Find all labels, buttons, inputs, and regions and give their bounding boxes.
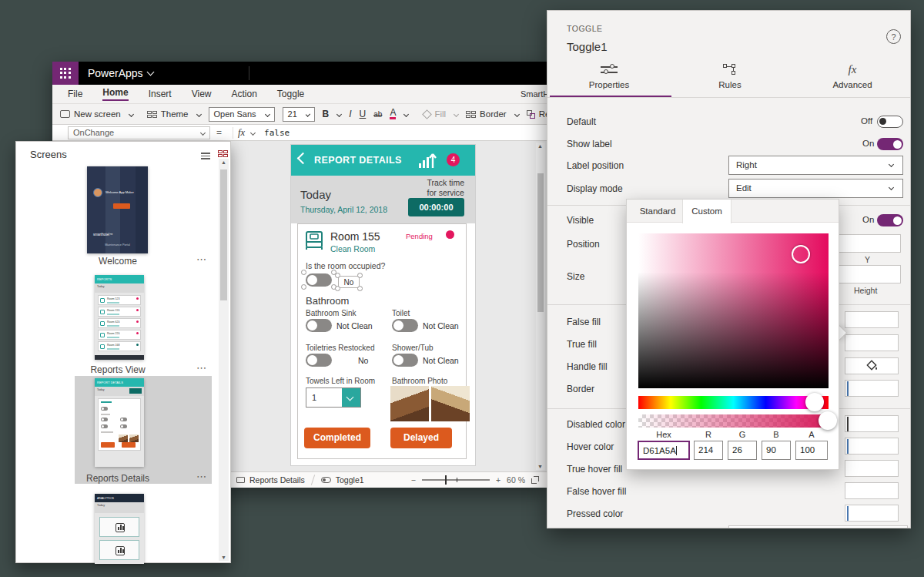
- true-fill-swatch[interactable]: [845, 334, 899, 351]
- shower-toggle[interactable]: [392, 354, 418, 367]
- delayed-button[interactable]: Delayed: [390, 428, 452, 448]
- timer-button[interactable]: 00:00:00: [408, 198, 464, 216]
- menu-home[interactable]: Home: [102, 87, 128, 101]
- true-hover-fill-swatch[interactable]: [845, 460, 899, 477]
- size-height-input[interactable]: [837, 265, 901, 283]
- hex-input[interactable]: D61A5A: [638, 441, 690, 460]
- menu-view[interactable]: View: [192, 89, 212, 99]
- scrollbar-thumb[interactable]: [220, 169, 227, 300]
- screen-label-reports-details[interactable]: Reports Details: [49, 473, 187, 484]
- visible-toggle[interactable]: [877, 214, 903, 226]
- zoom-slider-handle[interactable]: [445, 475, 447, 485]
- brand-menu[interactable]: PowerApps: [88, 67, 153, 79]
- pressed-color-swatch[interactable]: [845, 505, 899, 522]
- thumbnail-reports-view[interactable]: REPORTS Today Room 523 Room 155 Room 620…: [95, 275, 144, 360]
- breadcrumb-screen[interactable]: Reports Details: [249, 475, 305, 485]
- false-fill-swatch[interactable]: [845, 311, 899, 328]
- app-screen-report-details[interactable]: REPORT DETAILS 4 Today Thursday, April 1…: [291, 145, 475, 465]
- fx-icon[interactable]: fx: [238, 127, 245, 139]
- hue-slider[interactable]: [638, 396, 829, 409]
- strikethrough-button[interactable]: ab: [373, 110, 382, 119]
- zoom-slider[interactable]: [422, 479, 490, 481]
- tab-rules[interactable]: Rules: [684, 62, 776, 89]
- border-button[interactable]: Border: [466, 109, 519, 119]
- towels-dropdown[interactable]: 1: [306, 387, 361, 408]
- tab-properties[interactable]: Properties: [563, 62, 655, 89]
- underline-button[interactable]: U: [360, 109, 367, 119]
- screen-options-button[interactable]: ⋯: [196, 362, 207, 374]
- thumbnail-welcome[interactable]: Welcome App Maker smarthotel™ Maintenanc…: [87, 166, 148, 253]
- selection-handle[interactable]: [301, 270, 306, 275]
- selection-handle[interactable]: [335, 273, 340, 278]
- hue-slider-knob[interactable]: [805, 393, 824, 411]
- tooltip-input[interactable]: No value: [728, 525, 908, 528]
- position-y-input[interactable]: [837, 234, 901, 253]
- font-select[interactable]: Open Sans: [209, 107, 275, 122]
- zoom-out-button[interactable]: −: [411, 475, 416, 485]
- screens-scrollbar[interactable]: ▲ ▼: [219, 159, 229, 561]
- show-label-toggle[interactable]: [877, 138, 903, 150]
- font-color-button[interactable]: A: [390, 109, 408, 119]
- display-mode-dropdown[interactable]: Edit: [728, 179, 903, 198]
- alpha-slider[interactable]: [638, 414, 829, 428]
- tab-standard[interactable]: Standard: [633, 200, 682, 223]
- new-screen-button[interactable]: New screen: [60, 109, 133, 119]
- zoom-in-button[interactable]: +: [496, 475, 500, 485]
- screen-options-button[interactable]: ⋯: [196, 253, 207, 265]
- screen-label-reports-view[interactable]: Reports View: [49, 364, 187, 375]
- g-input[interactable]: 26: [728, 441, 757, 460]
- scroll-down-icon[interactable]: ▼: [537, 464, 543, 469]
- color-cursor[interactable]: [792, 245, 810, 263]
- r-input[interactable]: 214: [694, 441, 723, 460]
- a-input[interactable]: 100: [795, 441, 828, 460]
- completed-button[interactable]: Completed: [304, 428, 370, 448]
- hover-color-swatch[interactable]: [845, 438, 899, 455]
- bathroom-photo-2[interactable]: [431, 386, 470, 421]
- bold-button[interactable]: B: [323, 109, 342, 119]
- screen-options-button[interactable]: ⋯: [196, 471, 207, 482]
- screen-label-welcome[interactable]: Welcome: [49, 256, 187, 267]
- scroll-up-icon[interactable]: ▲: [221, 159, 226, 165]
- occupied-toggle[interactable]: [306, 273, 332, 287]
- selection-handle[interactable]: [357, 273, 363, 278]
- toilet-toggle[interactable]: [392, 319, 418, 332]
- tab-advanced[interactable]: fx Advanced: [806, 62, 899, 89]
- tab-custom[interactable]: Custom: [682, 200, 732, 223]
- sink-toggle[interactable]: [306, 319, 332, 332]
- thumbnail-reports-details[interactable]: REPORT DETAILS Today: [95, 378, 144, 467]
- formula-expression[interactable]: false: [264, 128, 290, 138]
- fullscreen-icon[interactable]: [531, 476, 539, 484]
- label-position-dropdown[interactable]: Right: [728, 156, 903, 175]
- canvas-scrollbar[interactable]: ▲ ▼: [536, 143, 545, 470]
- list-view-icon[interactable]: [201, 151, 210, 161]
- grid-view-icon[interactable]: [218, 150, 228, 157]
- dropdown-chevron-button[interactable]: [342, 388, 360, 407]
- app-launcher-button[interactable]: [52, 62, 79, 85]
- theme-button[interactable]: Theme: [147, 109, 201, 119]
- border-swatch[interactable]: [845, 380, 899, 397]
- false-hover-fill-swatch[interactable]: [845, 482, 899, 499]
- b-input[interactable]: 90: [762, 441, 791, 460]
- menu-file[interactable]: File: [68, 89, 82, 99]
- selection-handle[interactable]: [301, 284, 306, 290]
- menu-toggle[interactable]: Toggle: [277, 89, 304, 99]
- default-toggle[interactable]: [877, 116, 903, 128]
- menu-insert[interactable]: Insert: [149, 89, 172, 99]
- menu-action[interactable]: Action: [232, 89, 257, 99]
- selection-handle[interactable]: [357, 286, 363, 291]
- disabled-color-swatch[interactable]: [845, 415, 899, 432]
- thumbnail-analytics[interactable]: ANALYTICS Today: [95, 494, 144, 564]
- toiletries-toggle[interactable]: [306, 354, 332, 367]
- selection-handle[interactable]: [335, 286, 340, 291]
- italic-button[interactable]: I: [349, 109, 351, 119]
- property-select[interactable]: OnChange: [68, 126, 210, 139]
- help-icon[interactable]: ?: [886, 29, 901, 44]
- back-icon[interactable]: [297, 153, 310, 165]
- handle-fill-swatch[interactable]: [845, 357, 899, 374]
- alpha-slider-knob[interactable]: [819, 411, 837, 430]
- scroll-down-icon[interactable]: ▼: [221, 555, 226, 560]
- fill-button[interactable]: Fill: [424, 109, 458, 119]
- scroll-up-icon[interactable]: ▲: [537, 143, 543, 149]
- breadcrumb-control[interactable]: Toggle1: [336, 475, 364, 485]
- scrollbar-thumb[interactable]: [537, 173, 544, 312]
